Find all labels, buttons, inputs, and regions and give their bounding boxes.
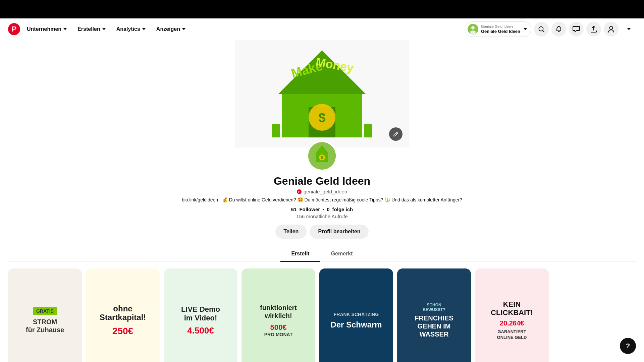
top-bar	[0, 0, 644, 18]
followers-label: Follower	[299, 206, 320, 212]
cover-container: $ Make Money	[0, 40, 644, 147]
account-avatar-icon	[468, 24, 478, 35]
profile-avatar-image: $	[308, 142, 336, 170]
pin-card[interactable]: FRANK SCHÄTZING Der Schwarm	[319, 268, 393, 362]
profile-username-row: P geniale_geld_ideen	[297, 189, 347, 194]
user-icon	[608, 25, 614, 33]
notifications-button[interactable]	[551, 22, 566, 37]
make-money-illustration: $ Make Money	[235, 40, 409, 147]
edit-cover-button[interactable]	[389, 127, 402, 141]
following-label: folge ich	[332, 206, 353, 212]
following-count: 0	[327, 206, 329, 212]
account-chevron-icon	[524, 28, 527, 30]
edit-icon	[393, 131, 398, 137]
share-button[interactable]: Teilen	[275, 225, 307, 239]
account-name-main: Geniale Geld Ideen	[481, 29, 520, 34]
nav-item-erstellen[interactable]: Erstellen	[73, 23, 110, 35]
pin-card[interactable]: LIVE Demoim Video! 4.500€	[164, 268, 237, 362]
profile-name: Geniale Geld Ideen	[274, 175, 370, 187]
account-info: Geniale Geld Ideen Geniale Geld Ideen	[481, 24, 520, 34]
search-icon	[538, 26, 545, 33]
svg-point-4	[610, 26, 613, 29]
main-content: $ Make Money	[0, 40, 644, 362]
tab-gemerkt[interactable]: Gemerkt	[320, 247, 364, 262]
chevron-down-icon	[63, 28, 67, 30]
chevron-down-icon	[142, 28, 146, 30]
upload-icon	[590, 25, 597, 33]
nav-left: P Unternehmen Erstellen Analytics Anzeig…	[8, 23, 465, 35]
profile-actions: Teilen Profil bearbeiten	[275, 225, 368, 239]
nav-right: Geniale Geld Ideen Geniale Geld Ideen	[465, 21, 636, 37]
svg-text:$: $	[321, 156, 323, 160]
pin-card[interactable]: SCHONBEWUSST? FRENCHIESGEHEN IMWASSER	[397, 268, 471, 362]
pinterest-logo[interactable]: P	[8, 23, 20, 35]
tab-erstellt[interactable]: Erstellt	[280, 247, 320, 262]
edit-profile-button[interactable]: Profil bearbeiten	[310, 225, 368, 239]
cover-area: $ Make Money	[235, 40, 409, 147]
chevron-down-icon	[102, 28, 106, 30]
account-switcher[interactable]: Geniale Geld Ideen Geniale Geld Ideen	[465, 21, 531, 37]
message-icon	[573, 26, 580, 33]
account-avatar-small	[468, 24, 478, 35]
profile-bio-link: bio.link/geldideen · 💰 Du willst online …	[182, 197, 462, 202]
search-button[interactable]	[534, 22, 549, 37]
account-name-small: Geniale Geld Ideen	[481, 24, 520, 29]
user-profile-button[interactable]	[604, 22, 619, 37]
nav-item-anzeigen[interactable]: Anzeigen	[152, 23, 190, 35]
pin-card[interactable]: GRATIS STROMfür Zuhause	[8, 268, 82, 362]
followers-count: 61	[291, 206, 297, 212]
account-dropdown-button[interactable]	[621, 22, 636, 37]
pin-card[interactable]: funktioniertwirklich! 500€ PRO MONAT	[241, 268, 315, 362]
svg-point-2	[470, 31, 476, 35]
help-button[interactable]: ?	[620, 338, 636, 354]
profile-section: $ Geniale Geld Ideen P geniale_geld_idee…	[0, 141, 644, 262]
svg-rect-13	[272, 124, 280, 137]
svg-text:$: $	[319, 111, 325, 125]
svg-rect-14	[364, 124, 372, 137]
pin-grid: GRATIS STROMfür Zuhause ohneStartkapital…	[0, 262, 644, 362]
profile-monthly-views: 156 monatliche Aufrufe	[296, 214, 347, 219]
messages-button[interactable]	[569, 22, 584, 37]
bell-icon	[555, 25, 562, 33]
navbar: P Unternehmen Erstellen Analytics Anzeig…	[0, 18, 644, 40]
profile-tabs: Erstellt Gemerkt	[7, 247, 637, 262]
pin-card[interactable]: KEINCLICKBAIT! 20.264€ GARANTIERTONLINE …	[475, 268, 549, 362]
profile-stats: 61 Follower · 0 folge ich	[291, 206, 353, 212]
svg-point-1	[471, 26, 475, 29]
profile-username: geniale_geld_ideen	[304, 189, 347, 194]
user-chevron-icon	[627, 28, 631, 30]
nav-item-analytics[interactable]: Analytics	[112, 23, 150, 35]
nav-item-unternehmen[interactable]: Unternehmen	[23, 23, 71, 35]
upload-button[interactable]	[586, 22, 601, 37]
cover-image: $ Make Money	[235, 40, 409, 147]
pinterest-pin-icon: P	[297, 189, 302, 194]
profile-avatar[interactable]: $	[307, 141, 337, 171]
chevron-down-icon	[182, 28, 185, 30]
profile-bio: 💰 Du willst online Geld verdienen? 🤩 Du …	[222, 197, 462, 202]
pin-card[interactable]: ohneStartkapital! 250€	[86, 268, 160, 362]
